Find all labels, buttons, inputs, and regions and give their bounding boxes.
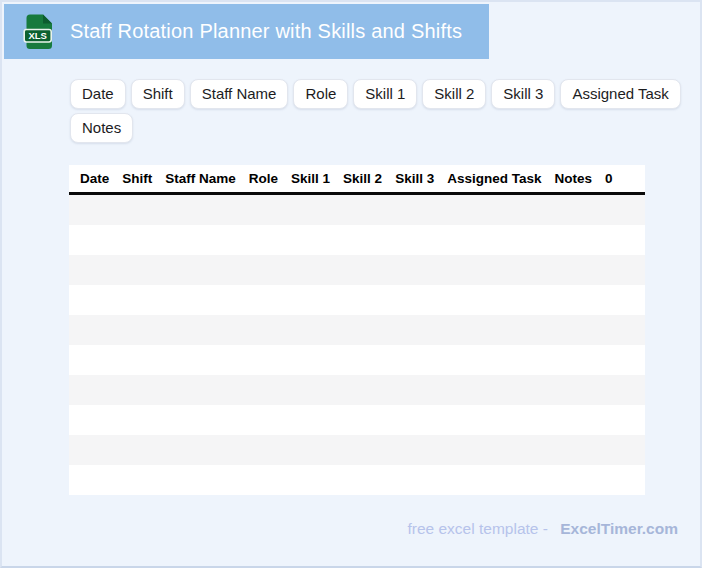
col-header-shift: Shift <box>122 171 152 186</box>
field-chips: Date Shift Staff Name Role Skill 1 Skill… <box>70 79 681 143</box>
footer-brand: ExcelTimer.com <box>560 520 678 537</box>
chip-row-2: Notes <box>70 113 681 143</box>
col-header-role: Role <box>249 171 278 186</box>
header-bar: XLS Staff Rotation Planner with Skills a… <box>4 4 489 59</box>
col-header-date: Date <box>80 171 109 186</box>
chip-assigned-task[interactable]: Assigned Task <box>560 79 680 109</box>
table-row <box>69 375 645 405</box>
footer: free excel template - ExcelTimer.com <box>407 520 678 538</box>
page: XLS Staff Rotation Planner with Skills a… <box>0 0 702 568</box>
table-row <box>69 195 645 225</box>
chip-staff-name[interactable]: Staff Name <box>190 79 289 109</box>
col-header-assigned-task: Assigned Task <box>447 171 541 186</box>
chip-date[interactable]: Date <box>70 79 126 109</box>
table-row <box>69 345 645 375</box>
table-row <box>69 285 645 315</box>
col-header-0: 0 <box>605 171 613 186</box>
table-body <box>69 195 645 495</box>
page-title: Staff Rotation Planner with Skills and S… <box>70 20 462 43</box>
col-header-skill-3: Skill 3 <box>395 171 434 186</box>
chip-row-1: Date Shift Staff Name Role Skill 1 Skill… <box>70 79 681 109</box>
chip-skill-1[interactable]: Skill 1 <box>353 79 417 109</box>
chip-role[interactable]: Role <box>293 79 348 109</box>
planner-table: Date Shift Staff Name Role Skill 1 Skill… <box>69 165 645 495</box>
col-header-skill-2: Skill 2 <box>343 171 382 186</box>
col-header-staff-name: Staff Name <box>165 171 236 186</box>
col-header-skill-1: Skill 1 <box>291 171 330 186</box>
table-header-row: Date Shift Staff Name Role Skill 1 Skill… <box>69 165 645 195</box>
chip-shift[interactable]: Shift <box>131 79 185 109</box>
col-header-notes: Notes <box>554 171 592 186</box>
table-row <box>69 465 645 495</box>
table-row <box>69 435 645 465</box>
xls-file-icon: XLS <box>23 13 56 50</box>
table-row <box>69 225 645 255</box>
footer-text: free excel template - <box>407 520 547 537</box>
table-row <box>69 255 645 285</box>
chip-skill-3[interactable]: Skill 3 <box>491 79 555 109</box>
table-row <box>69 315 645 345</box>
file-fold <box>43 15 52 24</box>
chip-notes[interactable]: Notes <box>70 113 133 143</box>
xls-label: XLS <box>28 30 46 41</box>
chip-skill-2[interactable]: Skill 2 <box>422 79 486 109</box>
table-row <box>69 405 645 435</box>
